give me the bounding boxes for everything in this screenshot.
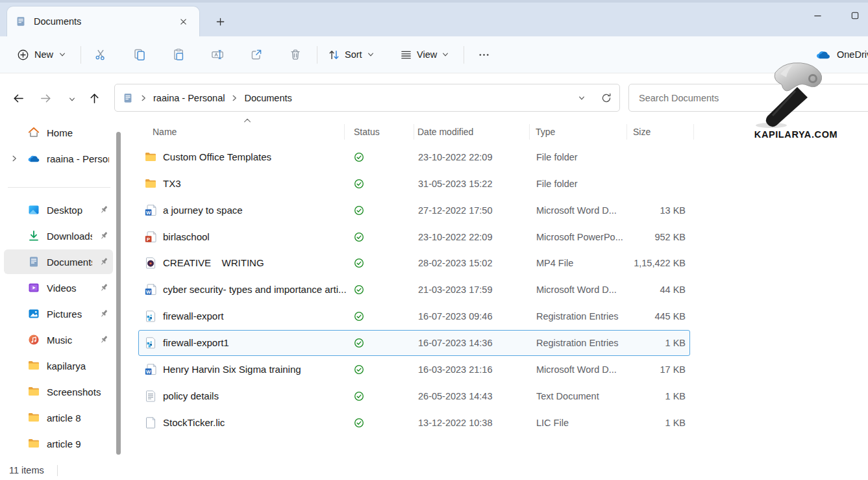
word-file-icon: W [144, 204, 157, 217]
sort-button[interactable]: Sort [324, 44, 378, 65]
column-divider[interactable] [529, 124, 530, 140]
paste-button[interactable] [169, 44, 188, 65]
word-file-icon: W [144, 363, 157, 376]
new-tab-button[interactable] [212, 13, 229, 30]
pin-icon [99, 335, 109, 345]
column-header-type[interactable]: Type [536, 123, 555, 140]
table-row[interactable]: policy details26-05-2023 14:43Text Docum… [138, 383, 690, 409]
view-icon [400, 49, 412, 61]
new-button[interactable]: New [12, 44, 71, 65]
svg-text:W: W [146, 210, 151, 216]
sidebar-item-desktop[interactable]: Desktop [4, 197, 113, 222]
status-items-count: 11 items [9, 462, 44, 480]
column-divider[interactable] [693, 124, 694, 140]
folder-icon [27, 359, 40, 372]
sort-icon [328, 49, 340, 61]
cut-button[interactable] [92, 44, 110, 65]
file-type: File folder [536, 171, 578, 196]
view-button[interactable]: View [396, 44, 453, 65]
column-header-size[interactable]: Size [633, 123, 651, 140]
sidebar-scrollbar[interactable] [116, 132, 121, 455]
sidebar-item-label: Pictures [47, 309, 92, 320]
expander-spacer [8, 335, 21, 345]
sidebar-item-videos[interactable]: Videos [4, 275, 113, 300]
maximize-button[interactable] [841, 4, 868, 27]
file-name: StockTicker.lic [163, 411, 225, 435]
table-row[interactable]: Pbirlaschool23-10-2022 22:09Microsoft Po… [138, 224, 690, 250]
sidebar-item-label: Screenshots [47, 386, 109, 398]
sidebar-item-documents[interactable]: Documents [4, 249, 113, 274]
table-row[interactable]: Wa journey to space27-12-2022 17:50Micro… [138, 197, 690, 223]
sidebar-item-home[interactable]: Home [4, 120, 113, 145]
expand-chevron-icon[interactable] [8, 153, 21, 164]
file-date-modified: 16-03-2023 21:16 [418, 357, 493, 382]
column-header-name[interactable]: Name [153, 123, 177, 140]
breadcrumb-documents[interactable]: Documents [244, 93, 291, 103]
file-date-modified: 21-03-2023 17:59 [418, 277, 493, 302]
sidebar-item-article-8[interactable]: article 8 [4, 405, 113, 430]
sidebar-item-label: Downloads [47, 231, 92, 242]
column-divider[interactable] [344, 124, 345, 140]
chevron-down-icon [367, 51, 375, 58]
table-row[interactable]: WHenry Harvin Six Sigma training16-03-20… [138, 357, 690, 383]
copy-button[interactable] [130, 44, 149, 65]
address-bar[interactable]: raaina - Personal Documents [114, 84, 620, 112]
rename-button[interactable] [208, 44, 227, 65]
table-row[interactable]: Custom Office Templates23-10-2022 22:09F… [138, 144, 690, 170]
view-button-label: View [417, 49, 437, 60]
sidebar-item-raaina-persona[interactable]: raaina - Persona [4, 146, 113, 171]
column-header-status[interactable]: Status [354, 123, 380, 140]
tab-close-icon[interactable] [175, 13, 192, 30]
watermark-text: KAPILARYA.COM [744, 129, 848, 140]
hammer-watermark-image [752, 61, 839, 129]
address-dropdown-icon[interactable] [578, 94, 586, 102]
sync-status-icon [354, 391, 364, 401]
column-divider[interactable] [414, 124, 414, 140]
file-size: 445 KB [580, 304, 686, 329]
minimize-button[interactable] [804, 4, 831, 27]
file-size: 1 KB [580, 411, 686, 435]
recent-locations-button[interactable] [62, 90, 82, 109]
sidebar-item-downloads[interactable]: Downloads [4, 223, 113, 248]
sidebar-item-label: kapilarya [47, 360, 109, 372]
command-toolbar: New Sort View OneDrive [0, 36, 868, 73]
sidebar-item-label: article 9 [47, 438, 109, 449]
pin-icon [99, 231, 109, 241]
sidebar-item-screenshots[interactable]: Screenshots [4, 379, 113, 404]
sidebar-item-music[interactable]: Music [4, 327, 113, 352]
table-row[interactable]: TX331-05-2023 15:22File folder [138, 171, 690, 197]
table-row[interactable]: CREATIVE WRITING28-02-2023 15:02MP4 File… [138, 250, 690, 276]
sidebar-item-kapilarya[interactable]: kapilarya [4, 353, 113, 378]
registry-file-icon [144, 310, 157, 323]
column-divider[interactable] [626, 124, 627, 140]
table-row[interactable]: StockTicker.lic13-12-2022 10:38LIC File1… [138, 410, 690, 436]
refresh-icon[interactable] [601, 92, 612, 104]
sync-status-icon [354, 152, 364, 162]
file-date-modified: 27-12-2022 17:50 [418, 198, 493, 223]
videos-icon [27, 281, 40, 294]
breadcrumb-onedrive[interactable]: raaina - Personal [153, 93, 225, 103]
sidebar-item-pictures[interactable]: Pictures [4, 301, 113, 326]
more-options-button[interactable] [475, 44, 493, 65]
share-button[interactable] [247, 44, 266, 65]
expander-spacer [8, 127, 21, 138]
sidebar-item-article-9[interactable]: article 9 [4, 431, 113, 456]
pin-icon [99, 205, 109, 215]
folder-icon [27, 411, 40, 424]
documents-icon [27, 255, 40, 268]
back-button[interactable] [8, 88, 28, 108]
expander-spacer [8, 360, 21, 371]
sync-status-icon [354, 205, 364, 216]
tab-documents[interactable]: Documents [6, 6, 200, 36]
table-row[interactable]: firewall-export16-07-2023 09:46Registrat… [138, 303, 690, 329]
home-icon [27, 126, 40, 139]
up-button[interactable] [84, 88, 104, 108]
table-row[interactable]: Wcyber security- types and importance ar… [138, 277, 690, 303]
file-date-modified: 23-10-2022 22:09 [418, 145, 493, 170]
word-file-icon: W [144, 283, 157, 296]
column-header-date-modified[interactable]: Date modified [417, 123, 473, 140]
delete-button[interactable] [286, 44, 304, 65]
sync-status-icon [354, 311, 364, 322]
forward-button[interactable] [36, 88, 55, 108]
table-row[interactable]: firewall-export116-07-2023 14:36Registra… [138, 330, 690, 356]
